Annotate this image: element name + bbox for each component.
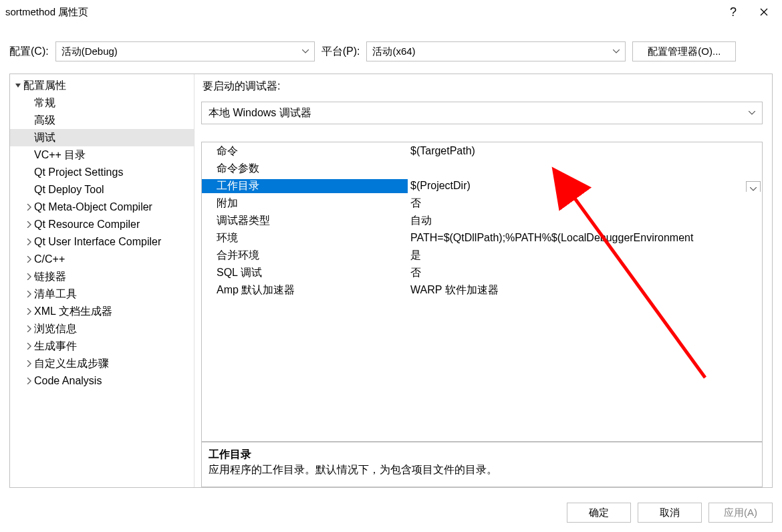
tree-item-label: Qt Meta-Object Compiler	[34, 201, 152, 213]
expand-icon[interactable]	[25, 204, 34, 211]
tree-item[interactable]: Qt Project Settings	[10, 164, 194, 181]
tree-item-label: 配置属性	[23, 79, 66, 93]
expand-icon[interactable]	[25, 325, 34, 332]
tree-item-label: 高级	[34, 114, 55, 128]
expand-icon[interactable]	[25, 256, 34, 263]
close-button[interactable]	[749, 1, 779, 23]
property-grid[interactable]: 命令$(TargetPath)命令参数工作目录$(ProjectDir)附加否调…	[201, 142, 763, 442]
tree-item[interactable]: 高级	[10, 112, 194, 129]
config-manager-button[interactable]: 配置管理器(O)...	[632, 41, 736, 61]
ok-button[interactable]: 确定	[567, 503, 631, 523]
tree-item[interactable]: Code Analysis	[10, 372, 194, 390]
expand-icon[interactable]	[25, 239, 34, 245]
config-label: 配置(C):	[9, 45, 49, 59]
property-value[interactable]: WARP 软件加速器	[408, 283, 762, 297]
close-icon	[760, 8, 768, 16]
tree-item[interactable]: VC++ 目录	[10, 146, 194, 164]
dropdown-button[interactable]	[746, 181, 761, 192]
expand-icon[interactable]	[25, 291, 34, 297]
property-row[interactable]: 命令$(TargetPath)	[202, 142, 762, 160]
tree-item[interactable]: Qt Meta-Object Compiler	[10, 198, 194, 216]
platform-combo-value: 活动(x64)	[372, 45, 415, 58]
expand-icon[interactable]	[25, 378, 34, 384]
tree-item-label: 调试	[34, 131, 55, 145]
expand-icon[interactable]	[25, 343, 34, 350]
property-value[interactable]: 自动	[408, 214, 762, 228]
platform-combo[interactable]: 活动(x64)	[366, 41, 626, 61]
debugger-combo[interactable]: 本地 Windows 调试器	[201, 102, 763, 124]
tree-item[interactable]: 清单工具	[10, 285, 194, 303]
property-name: 命令参数	[202, 162, 408, 176]
tree-item[interactable]: Qt Resource Compiler	[10, 216, 194, 233]
property-name: 调试器类型	[202, 214, 408, 228]
chevron-down-icon	[750, 187, 757, 191]
collapse-icon[interactable]	[14, 82, 23, 89]
tree-item[interactable]: XML 文档生成器	[10, 303, 194, 320]
property-row[interactable]: 环境PATH=$(QtDllPath);%PATH%$(LocalDebugge…	[202, 229, 762, 247]
property-name: 环境	[202, 231, 408, 245]
config-row: 配置(C): 活动(Debug) 平台(P): 活动(x64) 配置管理器(O)…	[0, 37, 782, 65]
chevron-down-icon	[613, 49, 620, 53]
tree-item[interactable]: 常规	[10, 94, 194, 112]
debugger-combo-value: 本地 Windows 调试器	[209, 106, 311, 120]
property-value[interactable]: $(ProjectDir)	[408, 180, 762, 192]
tree-item[interactable]: 自定义生成步骤	[10, 355, 194, 372]
property-row[interactable]: 命令参数	[202, 160, 762, 177]
tree-item-label: 生成事件	[34, 340, 77, 354]
property-row[interactable]: 调试器类型自动	[202, 212, 762, 229]
tree-item-label: Qt Resource Compiler	[34, 219, 140, 231]
tree-item-label: Qt Project Settings	[34, 166, 123, 178]
window-title: sortmethod 属性页	[5, 6, 718, 19]
tree-item[interactable]: Qt Deploy Tool	[10, 181, 194, 198]
property-row[interactable]: SQL 调试否	[202, 264, 762, 281]
tree-item[interactable]: 浏览信息	[10, 320, 194, 338]
property-row[interactable]: Amp 默认加速器WARP 软件加速器	[202, 281, 762, 299]
description-body: 应用程序的工作目录。默认情况下，为包含项目文件的目录。	[209, 463, 755, 477]
property-name: SQL 调试	[202, 266, 408, 280]
tree-item-label: 常规	[34, 96, 55, 110]
property-value[interactable]: 否	[408, 196, 762, 211]
config-combo-value: 活动(Debug)	[61, 45, 118, 58]
tree-item[interactable]: 生成事件	[10, 338, 194, 355]
tree-item-label: 链接器	[34, 270, 66, 284]
svg-marker-2	[15, 84, 21, 88]
apply-button[interactable]: 应用(A)	[708, 503, 773, 523]
title-bar: sortmethod 属性页 ?	[0, 0, 782, 24]
property-value[interactable]: PATH=$(QtDllPath);%PATH%$(LocalDebuggerE…	[408, 232, 762, 244]
tree-item-label: 自定义生成步骤	[34, 357, 109, 371]
description-panel: 工作目录 应用程序的工作目录。默认情况下，为包含项目文件的目录。	[201, 442, 763, 487]
property-name: 工作目录	[202, 179, 408, 193]
property-value[interactable]: 否	[408, 266, 762, 280]
property-name: 合并环境	[202, 249, 408, 263]
right-pane: 要启动的调试器: 本地 Windows 调试器 命令$(TargetPath)命…	[194, 74, 772, 487]
property-row[interactable]: 合并环境是	[202, 247, 762, 264]
expand-icon[interactable]	[25, 221, 34, 228]
property-value[interactable]: 是	[408, 249, 762, 263]
expand-icon[interactable]	[25, 273, 34, 280]
property-name: Amp 默认加速器	[202, 283, 408, 297]
property-value[interactable]: $(TargetPath)	[408, 145, 762, 157]
tree-item[interactable]: 链接器	[10, 268, 194, 285]
property-row[interactable]: 工作目录$(ProjectDir)	[202, 177, 762, 194]
tree-item[interactable]: 配置属性	[10, 77, 194, 94]
main-area: 配置属性常规高级调试VC++ 目录Qt Project SettingsQt D…	[9, 74, 773, 488]
chevron-down-icon	[302, 49, 309, 53]
debugger-to-launch-label: 要启动的调试器:	[201, 80, 772, 94]
property-row[interactable]: 附加否	[202, 194, 762, 212]
cancel-button[interactable]: 取消	[638, 503, 702, 523]
expand-icon[interactable]	[25, 308, 34, 315]
chevron-down-icon	[749, 111, 755, 115]
tree-item[interactable]: 调试	[10, 129, 194, 146]
tree-item[interactable]: Qt User Interface Compiler	[10, 233, 194, 251]
tree-item-label: 浏览信息	[34, 322, 77, 336]
config-tree[interactable]: 配置属性常规高级调试VC++ 目录Qt Project SettingsQt D…	[10, 74, 194, 487]
config-combo[interactable]: 活动(Debug)	[55, 41, 315, 61]
tree-item-label: Code Analysis	[34, 375, 102, 387]
tree-item[interactable]: C/C++	[10, 251, 194, 268]
help-button[interactable]: ?	[718, 1, 749, 23]
property-name: 命令	[202, 144, 408, 158]
bottom-buttons: 确定 取消 应用(A)	[0, 493, 782, 532]
expand-icon[interactable]	[25, 360, 34, 367]
property-name: 附加	[202, 196, 408, 211]
tree-item-label: Qt User Interface Compiler	[34, 236, 161, 248]
